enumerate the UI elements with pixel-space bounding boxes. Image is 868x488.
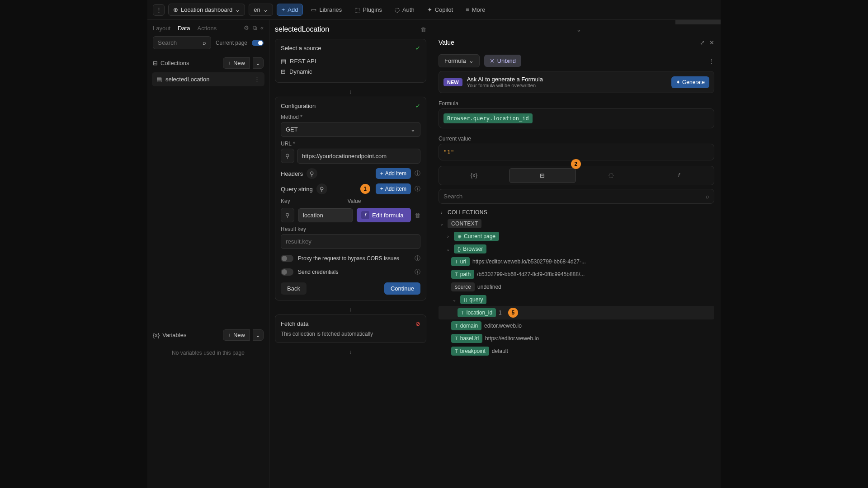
category-tabs: {x} ⊟ ◌ f 2 — [439, 166, 714, 185]
cat-user[interactable]: ◌ — [578, 168, 644, 183]
add-query-button[interactable]: + Add item — [376, 183, 411, 194]
location-dropdown[interactable]: ⊕ Location dashboard ⌄ — [168, 4, 245, 16]
back-button[interactable]: Back — [281, 282, 307, 295]
arrow-down-icon: ↓ — [275, 347, 426, 357]
key-input[interactable]: location — [298, 208, 353, 222]
variables-label: Variables — [162, 332, 186, 338]
plugins-button[interactable]: ⬚ Plugins — [350, 4, 387, 15]
unbind-label: Unbind — [497, 57, 516, 64]
menu-button[interactable]: ⋮ — [153, 4, 165, 16]
query-bind[interactable]: ⚲ — [316, 183, 327, 194]
chevron-down-icon: ⌄ — [469, 57, 474, 64]
tree-breakpoint[interactable]: Tbreakpoint default — [439, 345, 714, 357]
cat-collections[interactable]: ⊟ — [509, 168, 576, 183]
tree-domain[interactable]: Tdomain editor.weweb.io — [439, 319, 714, 332]
proxy-toggle[interactable] — [281, 255, 293, 262]
tab-layout[interactable]: Layout — [153, 25, 170, 32]
lang-label: en — [254, 6, 260, 13]
new-variable-button[interactable]: + New — [223, 329, 250, 341]
formula-area[interactable]: Browser.query.location_id — [439, 108, 714, 128]
fx-icon: f — [678, 172, 680, 178]
info-icon[interactable]: ⓘ — [415, 169, 420, 178]
variables-header: {x} Variables + New ⌄ — [147, 326, 269, 344]
libraries-button[interactable]: ▭ Libraries — [307, 4, 346, 15]
plus-icon: + — [228, 332, 231, 338]
url-input[interactable]: https://yourlocationendpoint.com — [297, 149, 420, 164]
key-bind-icon[interactable]: ⚲ — [281, 208, 294, 222]
plug-icon: ⬚ — [354, 6, 360, 13]
source-chip: source — [451, 282, 475, 291]
item-menu[interactable]: ⋮ — [254, 76, 260, 83]
formula-dropdown[interactable]: Formula ⌄ — [439, 54, 480, 67]
tree-baseurl[interactable]: TbaseUrl https://editor.weweb.io — [439, 332, 714, 345]
add-header-button[interactable]: + Add item — [376, 168, 411, 179]
info-icon[interactable]: ⓘ — [415, 268, 420, 276]
db-icon: ⊟ — [281, 68, 286, 75]
domain-value: editor.weweb.io — [484, 323, 522, 329]
search-input[interactable]: ⌕ — [153, 36, 211, 49]
url-bind-icon[interactable]: ⚲ — [281, 149, 294, 163]
tree-location-id[interactable]: Tlocation_id 1 5 — [439, 306, 714, 319]
cat-formula[interactable]: f — [646, 168, 712, 183]
auth-button[interactable]: ◌ Auth — [390, 4, 419, 15]
generate-button[interactable]: ✦ Generate — [671, 76, 709, 88]
arrow-down-icon: ↓ — [275, 304, 426, 314]
copilot-button[interactable]: ✦ Copilot — [423, 4, 458, 15]
tree-context[interactable]: ⌄ CONTEXT — [439, 217, 714, 230]
new-dropdown[interactable]: ⌄ — [253, 57, 264, 69]
tree-search-field[interactable] — [443, 193, 706, 200]
unbind-button[interactable]: ⤫ Unbind — [484, 55, 521, 67]
more-icon[interactable]: ⋮ — [708, 57, 714, 64]
collection-item[interactable]: ▤ selectedLocation ⋮ — [152, 72, 264, 86]
tree-browser[interactable]: 3 ⌄ {}Browser — [439, 243, 714, 255]
collapse-icon[interactable]: « — [260, 24, 264, 32]
lang-dropdown[interactable]: en ⌄ — [249, 4, 273, 16]
continue-button[interactable]: Continue — [384, 282, 420, 295]
cat-variables[interactable]: {x} — [441, 168, 507, 183]
new-var-dropdown[interactable]: ⌄ — [253, 329, 264, 341]
tree-search[interactable]: ⌕ — [439, 189, 714, 204]
chevron-right-icon: › — [445, 234, 451, 239]
annotation-badge-5: 5 — [508, 308, 518, 318]
ai-subtitle: Your formula will be overwritten — [467, 83, 667, 88]
expand-icon[interactable]: ⤢ — [700, 39, 705, 46]
tree-collections[interactable]: › COLLECTIONS — [439, 207, 714, 217]
new-label: New — [233, 332, 245, 338]
dock-handle[interactable] — [675, 20, 721, 24]
tree-source[interactable]: source undefined — [439, 281, 714, 293]
tree-url[interactable]: Turl https://editor.weweb.io/b5302799-bb… — [439, 255, 714, 268]
headers-bind[interactable]: ⚲ — [307, 168, 317, 179]
creds-toggle[interactable] — [281, 268, 293, 276]
info-icon[interactable]: ⓘ — [415, 185, 420, 193]
edit-formula-button[interactable]: f Edit formula — [357, 208, 411, 222]
ai-card: NEW Ask AI to generate a Formula Your fo… — [439, 71, 714, 93]
method-select[interactable]: GET ⌄ — [281, 122, 420, 137]
settings-icon[interactable]: ⚙ — [244, 24, 249, 32]
collections-label: COLLECTIONS — [448, 209, 487, 216]
info-icon[interactable]: ⓘ — [415, 254, 420, 263]
tab-data[interactable]: Data — [178, 25, 190, 32]
tree-query[interactable]: 4 ⌄ {}query — [439, 293, 714, 306]
formula-chip[interactable]: Browser.query.location_id — [443, 113, 533, 123]
more-button[interactable]: ≡ More — [461, 4, 490, 15]
close-icon[interactable]: ✕ — [709, 39, 714, 46]
tab-actions[interactable]: Actions — [198, 25, 217, 32]
copy-icon[interactable]: ⧉ — [253, 24, 257, 32]
add-button[interactable]: + Add — [277, 4, 303, 16]
topbar: ⋮ ⊕ Location dashboard ⌄ en ⌄ + Add ▭ Li… — [147, 0, 721, 20]
value-label: Value — [348, 198, 411, 204]
collapse-icon[interactable]: ⌄ — [576, 26, 581, 33]
search-field[interactable] — [158, 39, 200, 46]
add-item-label: Add item — [385, 170, 406, 177]
delete-icon[interactable]: 🗑 — [415, 212, 420, 219]
search-icon: ⌕ — [706, 193, 709, 200]
libraries-label: Libraries — [319, 6, 342, 13]
tree-current-page[interactable]: › ⊕Current page — [439, 230, 714, 243]
edit-formula-label: Edit formula — [372, 212, 403, 219]
result-key-input[interactable] — [281, 234, 420, 249]
tree-path[interactable]: Tpath /b5302799-bb68-4d27-8cf9-0f8c9945b… — [439, 268, 714, 281]
current-page-toggle[interactable] — [252, 40, 264, 46]
trash-icon[interactable]: 🗑 — [420, 26, 426, 33]
current-page-chip: ⊕Current page — [454, 232, 499, 241]
new-collection-button[interactable]: + New — [223, 57, 250, 69]
